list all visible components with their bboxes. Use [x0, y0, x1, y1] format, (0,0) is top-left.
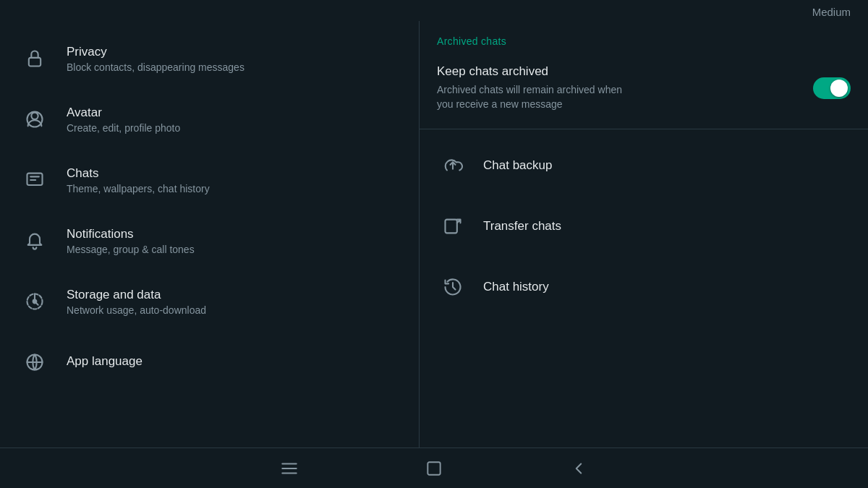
- nav-home[interactable]: [422, 457, 446, 480]
- cloud-upload-icon: [437, 150, 469, 181]
- avatar-icon: [17, 102, 52, 137]
- keep-archived-title: Keep chats archived: [437, 64, 799, 79]
- keep-archived-text: Keep chats archived Archived chats will …: [437, 64, 813, 111]
- left-panel: Privacy Block contacts, disappearing mes…: [0, 21, 420, 448]
- svg-point-1: [31, 113, 38, 119]
- bell-icon: [17, 223, 52, 258]
- lock-icon: [17, 41, 52, 76]
- chat-backup-label: Chat backup: [483, 158, 552, 173]
- top-medium-label: Medium: [0, 0, 868, 21]
- notifications-subtitle: Message, group & call tones: [67, 244, 195, 255]
- divider-archived: [420, 129, 868, 129]
- svg-point-5: [33, 300, 37, 304]
- history-icon: [437, 271, 469, 303]
- chats-title: Chats: [67, 166, 210, 181]
- svg-rect-7: [446, 220, 457, 234]
- transfer-chats-label: Transfer chats: [483, 219, 561, 234]
- chat-history-label: Chat history: [483, 280, 549, 294]
- toggle-knob: [830, 80, 848, 97]
- sidebar-item-language[interactable]: App language: [0, 332, 419, 393]
- language-icon: [17, 345, 52, 380]
- chats-subtitle: Theme, wallpapers, chat history: [67, 183, 210, 194]
- keep-archived-desc: Archived chats will remain archived when…: [437, 83, 639, 111]
- svg-rect-3: [27, 174, 43, 185]
- action-transfer-chats[interactable]: Transfer chats: [420, 196, 868, 257]
- keep-archived-toggle[interactable]: [813, 77, 851, 99]
- sidebar-item-privacy[interactable]: Privacy Block contacts, disappearing mes…: [0, 28, 419, 89]
- storage-icon: [17, 284, 52, 319]
- svg-rect-8: [427, 462, 440, 474]
- privacy-subtitle: Block contacts, disappearing messages: [67, 61, 244, 73]
- archived-chats-label: Archived chats: [420, 21, 868, 53]
- svg-rect-0: [29, 58, 41, 67]
- sidebar-item-chats[interactable]: Chats Theme, wallpapers, chat history: [0, 150, 419, 210]
- transfer-icon: [437, 210, 469, 242]
- bottom-nav: [0, 448, 868, 488]
- sidebar-item-notifications[interactable]: Notifications Message, group & call tone…: [0, 210, 419, 271]
- notifications-title: Notifications: [67, 227, 195, 241]
- privacy-title: Privacy: [67, 45, 244, 59]
- avatar-subtitle: Create, edit, profile photo: [67, 122, 180, 134]
- sidebar-item-storage[interactable]: Storage and data Network usage, auto-dow…: [0, 271, 419, 332]
- action-chat-history[interactable]: Chat history: [420, 257, 868, 317]
- avatar-title: Avatar: [67, 106, 180, 120]
- language-title: App language: [67, 354, 142, 369]
- storage-subtitle: Network usage, auto-download: [67, 304, 206, 316]
- chat-icon: [17, 163, 52, 197]
- nav-back[interactable]: [567, 457, 590, 480]
- nav-menu[interactable]: [278, 457, 301, 480]
- storage-title: Storage and data: [67, 288, 206, 302]
- sidebar-item-avatar[interactable]: Avatar Create, edit, profile photo: [0, 89, 419, 150]
- action-chat-backup[interactable]: Chat backup: [420, 135, 868, 196]
- right-panel: Archived chats Keep chats archived Archi…: [420, 21, 868, 448]
